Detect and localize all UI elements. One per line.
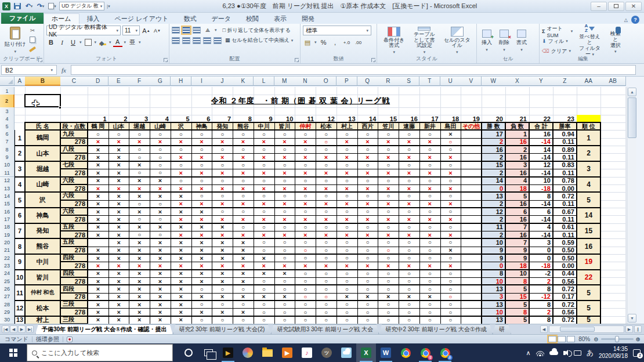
player-name[interactable]: 沢 — [25, 192, 60, 208]
result-cell[interactable]: × — [88, 316, 108, 324]
summary-l[interactable]: 5 — [505, 316, 529, 324]
merge-center-button[interactable]: ▦ セルを結合して中央揃え ▾ — [225, 37, 293, 44]
clipboard-dialog-launcher[interactable] — [38, 58, 42, 62]
result-cell[interactable]: × — [254, 270, 274, 277]
result-cell[interactable]: × — [150, 254, 171, 262]
header-opponent[interactable]: 沢 — [171, 122, 191, 130]
result-cell[interactable]: × — [233, 153, 254, 161]
result-cell[interactable]: × — [295, 215, 316, 223]
summary-w[interactable]: 14 — [482, 177, 505, 184]
player-name[interactable]: 発知 — [25, 223, 60, 239]
result-cell[interactable]: × — [212, 308, 233, 316]
result-cell[interactable]: × — [337, 200, 357, 208]
result-cell[interactable]: × — [171, 231, 191, 238]
result-cell[interactable]: ○ — [337, 316, 357, 324]
result-cell[interactable]: ○ — [191, 192, 212, 200]
summary-t[interactable]: -14 — [529, 169, 553, 176]
result-cell[interactable] — [461, 146, 482, 153]
summary-t[interactable]: 8 — [529, 285, 553, 292]
result-cell[interactable]: × — [171, 270, 191, 277]
result-cell[interactable]: ○ — [254, 177, 274, 184]
result-cell[interactable]: × — [88, 192, 108, 200]
result-cell[interactable]: ○ — [316, 301, 337, 308]
help-icon[interactable]: ? — [631, 16, 639, 24]
result-cell[interactable]: ○ — [254, 146, 274, 153]
summary-r[interactable]: 0.72 — [553, 316, 577, 324]
next-sheet-icon[interactable]: ▶ — [18, 325, 26, 333]
result-cell[interactable]: ○ — [274, 316, 295, 324]
result-cell[interactable]: ○ — [337, 247, 357, 254]
result-cell[interactable]: × — [316, 262, 337, 269]
header-opponent[interactable]: 村上 — [337, 122, 357, 130]
result-cell[interactable]: × — [274, 200, 295, 208]
result-cell[interactable]: ○ — [150, 231, 171, 238]
result-cell[interactable]: × — [419, 184, 440, 192]
header-opponent[interactable]: 熊谷 — [233, 122, 254, 130]
summary-t[interactable]: 8 — [529, 192, 553, 200]
result-cell[interactable]: × — [129, 301, 150, 308]
column-header-G[interactable]: G — [150, 77, 171, 86]
summary-t[interactable]: -14 — [529, 231, 553, 238]
summary-l[interactable]: 10 — [505, 270, 529, 277]
summary-r[interactable]: 0.00 — [553, 184, 577, 192]
result-cell[interactable]: ○ — [191, 177, 212, 184]
result-cell[interactable]: × — [150, 301, 171, 308]
result-cell[interactable]: ○ — [274, 130, 295, 137]
orientation-icon[interactable]: ⟁ — [203, 26, 212, 35]
result-cell[interactable]: ○ — [212, 192, 233, 200]
result-cell[interactable]: × — [233, 238, 254, 246]
result-cell[interactable]: × — [191, 270, 212, 277]
result-cell[interactable]: × — [357, 262, 378, 269]
wifi-icon[interactable] — [536, 350, 544, 356]
horizontal-scroll-thumb[interactable] — [560, 327, 595, 332]
player-name[interactable]: 中川 — [25, 254, 60, 270]
result-cell[interactable]: × — [88, 138, 108, 146]
summary-t[interactable]: 12 — [529, 161, 553, 169]
result-cell[interactable]: × — [316, 184, 337, 192]
summary-w[interactable]: 10 — [482, 308, 505, 316]
header-standing[interactable]: 順 位 — [577, 122, 600, 130]
column-header-AB[interactable]: AB — [600, 77, 626, 86]
row-header-30[interactable]: 30 — [0, 316, 15, 324]
result-cell[interactable]: × — [212, 262, 233, 269]
column-header-Q[interactable]: Q — [357, 77, 378, 86]
result-cell[interactable]: × — [337, 215, 357, 223]
summary-t[interactable]: -14 — [529, 153, 553, 161]
result-cell[interactable]: ○ — [357, 308, 378, 316]
result-cell[interactable]: × — [108, 184, 129, 192]
column-header-U[interactable]: U — [440, 77, 461, 86]
result-cell[interactable]: × — [254, 293, 274, 301]
player-number[interactable]: 5 — [15, 192, 25, 208]
result-cell[interactable]: ○ — [295, 208, 316, 215]
result-cell[interactable]: × — [399, 169, 419, 176]
result-cell[interactable]: × — [108, 285, 129, 292]
player-name[interactable]: 山本 — [25, 146, 60, 161]
result-cell[interactable]: × — [212, 270, 233, 277]
row-header-21[interactable]: 21 — [0, 247, 15, 255]
excel-logo-icon[interactable]: X — [2, 2, 10, 10]
alignment-dialog-launcher[interactable] — [295, 58, 299, 62]
italic-button[interactable]: I — [57, 38, 67, 47]
player-points[interactable]: 278 — [60, 153, 88, 161]
column-header-S[interactable]: S — [399, 77, 419, 86]
page-layout-view-icon[interactable] — [558, 336, 566, 342]
result-cell[interactable]: × — [150, 138, 171, 146]
result-cell[interactable]: × — [357, 215, 378, 223]
header-opponent[interactable]: 西片 — [357, 122, 378, 130]
summary-t[interactable]: -2 — [529, 270, 553, 277]
result-cell[interactable]: × — [254, 262, 274, 269]
result-cell[interactable]: × — [108, 138, 129, 146]
header-opponent[interactable]: 新井 — [419, 122, 440, 130]
summary-r[interactable]: 0.11 — [553, 200, 577, 208]
result-cell[interactable]: ○ — [337, 208, 357, 215]
result-cell[interactable]: × — [274, 262, 295, 269]
result-cell[interactable]: ○ — [419, 161, 440, 169]
result-cell[interactable]: × — [129, 308, 150, 316]
result-cell[interactable]: ○ — [295, 130, 316, 137]
summary-t[interactable]: -14 — [529, 138, 553, 146]
result-cell[interactable]: × — [399, 138, 419, 146]
result-cell[interactable]: × — [171, 254, 191, 262]
undo-icon[interactable]: ↶▾ — [24, 2, 34, 10]
standing-cell[interactable]: 16 — [577, 238, 600, 254]
result-cell[interactable]: ○ — [337, 238, 357, 246]
